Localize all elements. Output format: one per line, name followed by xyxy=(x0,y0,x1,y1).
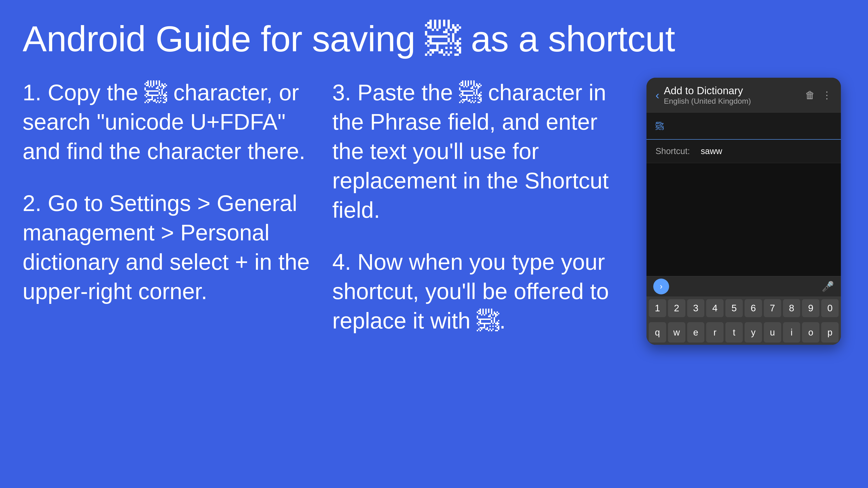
key-7[interactable]: 7 xyxy=(764,299,781,317)
key-0[interactable]: 0 xyxy=(821,299,839,317)
phone-header-subtitle: English (United Kingdom) xyxy=(664,97,751,105)
key-2[interactable]: 2 xyxy=(668,299,685,317)
phone-body xyxy=(647,163,841,276)
right-column: 3. Paste the ﷺ character in the Phrase f… xyxy=(332,78,624,470)
back-button[interactable]: ‹ xyxy=(655,89,659,102)
mic-icon[interactable]: 🎤 xyxy=(822,281,834,292)
step-4-text: 4. Now when you type your shortcut, you'… xyxy=(332,247,624,335)
more-icon[interactable]: ⋮ xyxy=(822,89,832,101)
page-title: Android Guide for saving ﷺ as a shortcut xyxy=(23,18,845,60)
phone-header-title-group: Add to Dictionary English (United Kingdo… xyxy=(664,85,751,105)
phone-header-left: ‹ Add to Dictionary English (United King… xyxy=(655,85,751,105)
key-9[interactable]: 9 xyxy=(802,299,819,317)
key-o[interactable]: o xyxy=(802,322,819,343)
content-area: 1. Copy the ﷺ character, or search "unic… xyxy=(23,78,845,470)
left-column: 1. Copy the ﷺ character, or search "unic… xyxy=(23,78,314,470)
key-6[interactable]: 6 xyxy=(745,299,762,317)
step-3-text: 3. Paste the ﷺ character in the Phrase f… xyxy=(332,78,624,225)
phone-column: ‹ Add to Dictionary English (United King… xyxy=(642,78,845,470)
suggestion-arrow[interactable]: › xyxy=(653,279,669,294)
key-q[interactable]: q xyxy=(649,322,666,343)
key-8[interactable]: 8 xyxy=(783,299,800,317)
key-i[interactable]: i xyxy=(783,322,800,343)
step-1-text: 1. Copy the ﷺ character, or search "unic… xyxy=(23,78,314,166)
key-1[interactable]: 1 xyxy=(649,299,666,317)
key-3[interactable]: 3 xyxy=(687,299,705,317)
step-2-text: 2. Go to Settings > General management >… xyxy=(23,188,314,306)
phone-mockup: ‹ Add to Dictionary English (United King… xyxy=(647,78,841,345)
phrase-input-area[interactable]: ﷺ xyxy=(647,112,841,140)
key-r[interactable]: r xyxy=(706,322,723,343)
phone-header-title: Add to Dictionary xyxy=(664,85,751,97)
phone-header-right: 🗑 ⋮ xyxy=(805,89,832,101)
phone-header: ‹ Add to Dictionary English (United King… xyxy=(647,78,841,112)
keyboard-row-1: q w e r t y u i o p xyxy=(647,320,841,345)
key-t[interactable]: t xyxy=(725,322,743,343)
shortcut-label: Shortcut: xyxy=(655,147,696,156)
key-e[interactable]: e xyxy=(687,322,705,343)
key-4[interactable]: 4 xyxy=(706,299,723,317)
shortcut-area: Shortcut: saww xyxy=(647,140,841,163)
key-5[interactable]: 5 xyxy=(725,299,743,317)
key-y[interactable]: y xyxy=(745,322,762,343)
keyboard-suggestion-bar: › 🎤 xyxy=(647,276,841,296)
key-w[interactable]: w xyxy=(668,322,685,343)
keyboard-number-row: 1 2 3 4 5 6 7 8 9 0 xyxy=(647,296,841,320)
trash-icon[interactable]: 🗑 xyxy=(805,90,815,101)
shortcut-value[interactable]: saww xyxy=(701,147,722,156)
key-p[interactable]: p xyxy=(821,322,839,343)
key-u[interactable]: u xyxy=(764,322,781,343)
